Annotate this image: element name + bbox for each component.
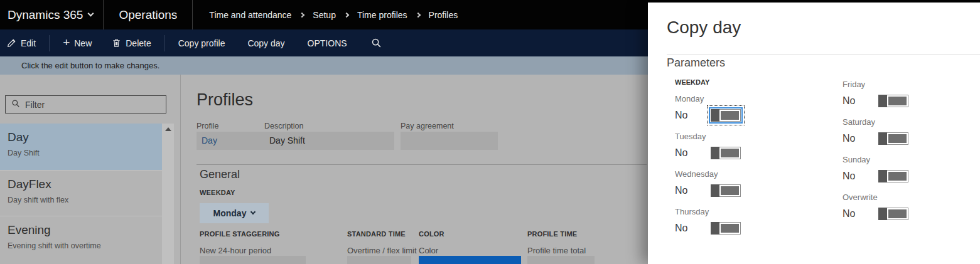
toggle-row-wednesday: Wednesday No xyxy=(675,169,826,199)
toggle-tuesday-value: No xyxy=(675,147,709,159)
breadcrumb-chevron-icon xyxy=(344,13,349,18)
options-menu[interactable]: OPTIONS xyxy=(301,29,354,56)
toggle-row-tuesday: Tuesday No xyxy=(675,132,826,161)
weekday-select-value: Monday xyxy=(213,208,247,218)
profile-staggering-group-header: PROFILE STAGGERING xyxy=(200,230,279,238)
chevron-down-icon xyxy=(88,11,94,17)
breadcrumb-item-time-profiles[interactable]: Time profiles xyxy=(357,10,407,20)
toggle-thursday-value: No xyxy=(675,223,709,234)
toggle-thursday-label: Thursday xyxy=(675,207,826,216)
breadcrumb-chevron-icon xyxy=(299,13,304,18)
list-item-subtitle: Evening shift with overtime xyxy=(8,241,162,250)
toggle-overwrite[interactable] xyxy=(878,208,908,220)
pay-agreement-field-label: Pay agreement xyxy=(401,122,454,130)
parameters-section-header[interactable]: Parameters xyxy=(667,56,725,70)
overtime-flex-limit-field[interactable] xyxy=(347,256,411,264)
description-field[interactable]: Day Shift xyxy=(264,132,394,150)
profile-time-total-label: Profile time total xyxy=(527,246,586,255)
list-item-dayflex[interactable]: DayFlex Day shift with flex xyxy=(0,171,162,216)
toggle-friday-label: Friday xyxy=(843,80,980,89)
divider xyxy=(192,0,193,29)
list-item-title: Day xyxy=(8,130,162,144)
search-icon xyxy=(11,99,20,110)
delete-button[interactable]: Delete xyxy=(105,29,158,56)
toggle-overwrite-value: No xyxy=(843,208,876,219)
copy-day-dialog: Copy day Parameters WEEKDAY Monday No Tu… xyxy=(648,3,980,264)
edit-button[interactable]: Edit xyxy=(0,29,43,56)
trash-icon xyxy=(112,38,121,48)
scrollbar[interactable] xyxy=(162,124,174,264)
list-item-subtitle: Day Shift xyxy=(8,149,162,157)
profile-link[interactable]: Day xyxy=(202,135,217,145)
weekday-select[interactable]: Monday xyxy=(200,203,269,223)
toggle-friday-value: No xyxy=(843,95,876,107)
edit-button-label: Edit xyxy=(21,38,36,48)
toggle-friday[interactable] xyxy=(878,95,908,107)
delete-button-label: Delete xyxy=(126,38,151,48)
toggle-wednesday[interactable] xyxy=(711,184,741,197)
triangle-up-icon xyxy=(165,127,171,131)
toggle-wednesday-value: No xyxy=(675,185,709,196)
notification-text: Click the edit button to make changes. xyxy=(21,61,159,70)
list-item-title: DayFlex xyxy=(8,177,162,191)
description-field-label: Description xyxy=(264,122,304,130)
general-section-header[interactable]: General xyxy=(200,168,240,181)
toggle-saturday[interactable] xyxy=(878,132,908,145)
profile-time-group-header: PROFILE TIME xyxy=(527,230,577,238)
toggle-monday-value: No xyxy=(675,110,709,121)
color-group-header: COLOR xyxy=(419,230,444,238)
list-item-day[interactable]: Day Day Shift xyxy=(0,124,162,171)
search-icon xyxy=(371,38,382,48)
toggle-sunday-value: No xyxy=(843,171,876,182)
toggle-row-monday: Monday No xyxy=(675,94,826,124)
weekday-group-header: WEEKDAY xyxy=(675,78,709,86)
search-button[interactable] xyxy=(364,29,389,56)
toggle-thursday[interactable] xyxy=(711,222,741,235)
list-item-subtitle: Day shift with flex xyxy=(8,196,162,204)
breadcrumb-item-module[interactable]: Time and attendance xyxy=(209,10,291,20)
copy-profile-button[interactable]: Copy profile xyxy=(171,29,232,56)
app-name[interactable]: Operations xyxy=(104,0,192,29)
dialog-title: Copy day xyxy=(667,18,741,38)
toggle-tuesday-label: Tuesday xyxy=(675,132,826,141)
color-label: Color xyxy=(419,246,438,255)
toggle-row-friday: Friday No xyxy=(843,80,980,109)
filter-input[interactable]: Filter xyxy=(5,95,166,114)
new-button[interactable]: + New xyxy=(56,29,99,56)
toggle-row-thursday: Thursday No xyxy=(675,207,826,236)
toggle-monday-label: Monday xyxy=(675,94,826,103)
filter-placeholder: Filter xyxy=(25,100,45,110)
brand-label: Dynamics 365 xyxy=(8,8,83,22)
plus-icon: + xyxy=(63,36,70,48)
breadcrumb-item-setup[interactable]: Setup xyxy=(313,10,336,20)
breadcrumb: Time and attendance Setup Time profiles … xyxy=(209,10,458,20)
toggle-saturday-value: No xyxy=(843,133,876,144)
breadcrumb-chevron-icon xyxy=(415,13,420,18)
toggle-tuesday[interactable] xyxy=(711,147,741,159)
toggle-monday-focus-ring xyxy=(709,107,743,124)
pay-agreement-field[interactable] xyxy=(401,132,498,150)
divider xyxy=(197,164,647,165)
new-button-label: New xyxy=(74,38,92,48)
profile-field-label: Profile xyxy=(197,122,218,130)
copy-day-button[interactable]: Copy day xyxy=(240,29,291,56)
profile-field[interactable]: Day xyxy=(197,132,270,150)
divider xyxy=(164,35,165,51)
color-field[interactable] xyxy=(419,256,521,264)
profile-time-total-field[interactable] xyxy=(527,256,595,264)
toggle-row-saturday: Saturday No xyxy=(843,117,980,147)
new-24-hour-period-field[interactable] xyxy=(200,256,306,264)
divider xyxy=(667,55,980,55)
overtime-flex-limit-label: Overtime / flex limit xyxy=(347,246,417,255)
divider xyxy=(49,35,50,51)
new-24-hour-period-label: New 24-hour period xyxy=(200,246,271,255)
chevron-down-icon xyxy=(250,209,256,214)
toggle-monday[interactable] xyxy=(711,109,741,122)
app-launcher[interactable]: Dynamics 365 xyxy=(0,0,103,29)
toggle-sunday[interactable] xyxy=(878,170,908,182)
standard-time-group-header: STANDARD TIME xyxy=(347,230,406,238)
breadcrumb-item-profiles[interactable]: Profiles xyxy=(429,10,458,20)
toggle-saturday-label: Saturday xyxy=(843,117,980,127)
list-item-evening[interactable]: Evening Evening shift with overtime xyxy=(0,216,162,264)
scroll-up-button[interactable] xyxy=(162,124,174,134)
